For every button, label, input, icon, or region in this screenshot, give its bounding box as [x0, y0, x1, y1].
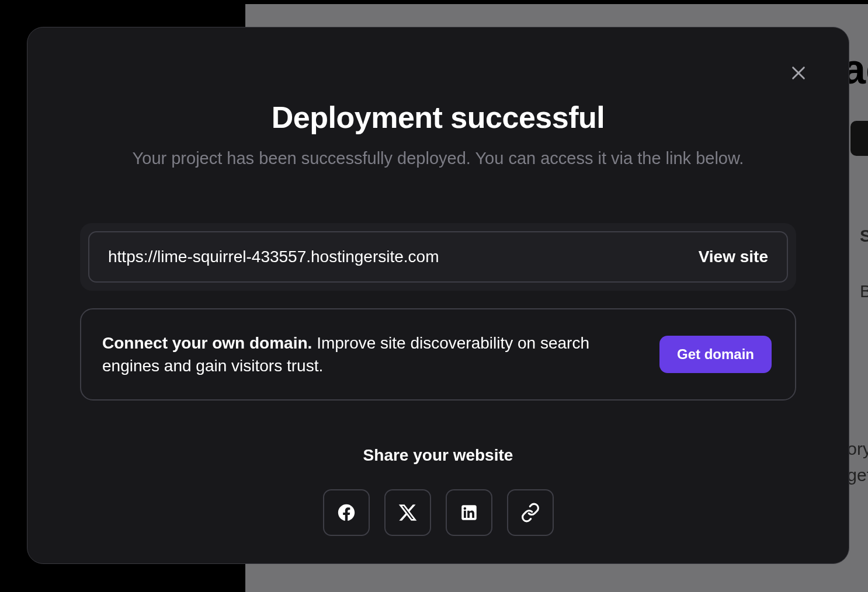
close-button[interactable]: [782, 57, 815, 89]
deployed-url-card: https://lime-squirrel-433557.hostingersi…: [80, 223, 796, 291]
background-text-fragment: get: [847, 465, 868, 485]
modal-title: Deployment successful: [80, 100, 796, 135]
share-section: Share your website: [80, 446, 796, 536]
deployed-url: https://lime-squirrel-433557.hostingersi…: [108, 248, 439, 266]
connect-domain-text: Connect your own domain. Improve site di…: [102, 332, 636, 377]
share-facebook-button[interactable]: [323, 489, 370, 536]
connect-domain-heading: Connect your own domain.: [102, 334, 312, 352]
background-text-fragment: ory: [847, 439, 868, 459]
close-icon: [789, 64, 808, 82]
share-title: Share your website: [80, 446, 796, 465]
share-linkedin-button[interactable]: [446, 489, 492, 536]
share-copylink-button[interactable]: [507, 489, 554, 536]
share-buttons-row: [80, 489, 796, 536]
share-x-button[interactable]: [384, 489, 431, 536]
link-icon: [520, 503, 540, 523]
deployed-url-row: https://lime-squirrel-433557.hostingersi…: [88, 231, 788, 283]
background-button-fragment: [850, 121, 868, 156]
modal-subtitle: Your project has been successfully deplo…: [80, 149, 796, 168]
deployment-success-modal: Deployment successful Your project has b…: [27, 27, 849, 564]
background-text-fragment: S: [860, 226, 868, 246]
get-domain-button[interactable]: Get domain: [659, 336, 772, 373]
connect-domain-card: Connect your own domain. Improve site di…: [80, 308, 796, 401]
background-text-fragment: B: [860, 281, 868, 301]
view-site-button[interactable]: View site: [687, 248, 768, 266]
facebook-icon: [336, 503, 356, 523]
x-icon: [398, 503, 418, 523]
linkedin-icon: [459, 503, 479, 523]
